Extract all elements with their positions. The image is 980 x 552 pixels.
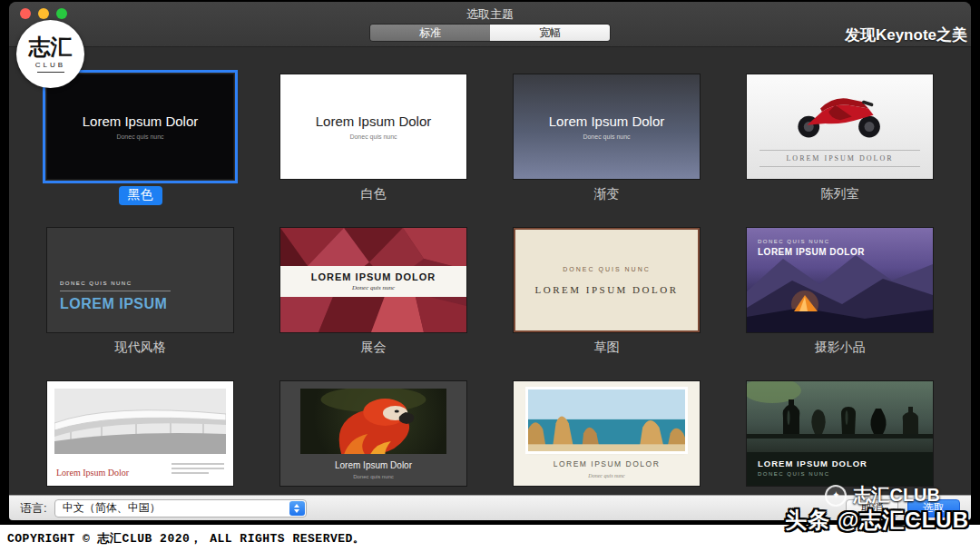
theme-card-white: Lorem Ipsum Dolor Donec quis nunc 白色: [280, 74, 466, 204]
zhihui-club-logo: 志汇 CLUB: [16, 20, 84, 88]
watermark-big-text: 头条 @志汇CLUB: [785, 506, 969, 535]
slide-title: LOREM IPSUM DOLOR: [311, 271, 436, 282]
theme-card-gradient: Lorem Ipsum Dolor Donec quis nunc 渐变: [514, 74, 700, 204]
slide-eyebrow: DONEC QUIS NUNC: [60, 281, 233, 286]
parrot-image: [300, 389, 446, 454]
stepper-arrows-icon: [289, 501, 305, 516]
theme-card-showroom: LOREM IPSUM DOLOR 陈列室: [747, 74, 933, 204]
slide-title: Lorem Ipsum Dolor: [56, 468, 129, 478]
language-label: 语言:: [20, 500, 47, 517]
theme-label: 展会: [280, 340, 466, 358]
slide-eyebrow: DONEC QUIS NUNC: [563, 266, 651, 272]
theme-label: 现代风格: [47, 340, 233, 358]
slide-title: LOREM IPSUM DOLOR: [760, 150, 920, 167]
desktop-background: 选取主题 标准 宽幅 Lorem Ipsum Dolor Donec quis …: [0, 0, 980, 552]
theme-card-modern: DONEC QUIS NUNC LOREM IPSUM 现代风格: [47, 228, 233, 358]
theme-thumb-photo-essay[interactable]: DONEC QUIS NUNC LOREM IPSUM DOLOR: [747, 228, 933, 332]
slide-title: LOREM IPSUM DOLOR: [514, 459, 700, 468]
theme-card-ceramics: LOREM IPSUM DOLOR DONEC QUIS NUNC: [747, 381, 933, 486]
slide-title: LOREM IPSUM DOLOR: [758, 247, 865, 257]
language-select[interactable]: 中文（简体、中国）: [54, 499, 307, 518]
slide-preview: Lorem Ipsum Dolor Donec quis nunc: [47, 74, 233, 179]
theme-thumb-sketch[interactable]: DONEC QUIS NUNC LOREM IPSUM DOLOR: [514, 228, 700, 332]
slide-preview: DONEC QUIS NUNC LOREM IPSUM DOLOR: [747, 228, 933, 332]
title-band: LOREM IPSUM DOLOR DONEC QUIS NUNC: [747, 452, 933, 486]
copyright-text: COPYRIGHT © 志汇CLUB 2020， ALL RIGHTS RESE…: [7, 530, 365, 547]
theme-thumb-black[interactable]: Lorem Ipsum Dolor Donec quis nunc: [47, 74, 233, 179]
theme-chooser-window: 选取主题 标准 宽幅 Lorem Ipsum Dolor Donec quis …: [9, 2, 971, 520]
window-title: 选取主题: [9, 6, 971, 23]
slide-subtitle: Donec quis nunc: [514, 473, 700, 478]
slide-title: Lorem Ipsum Dolor: [549, 113, 665, 129]
theme-thumb-parrot[interactable]: Lorem Ipsum Dolor Donec quis nunc: [280, 381, 466, 486]
theme-card-exhibition: LOREM IPSUM DOLOR Donec quis nunc 展会: [280, 228, 466, 358]
watermark-logo-icon: ✦: [825, 485, 847, 507]
slide-preview: LOREM IPSUM DOLOR Donec quis nunc: [514, 381, 700, 486]
theme-thumb-travel[interactable]: LOREM IPSUM DOLOR Donec quis nunc: [514, 381, 700, 486]
caption-lines: [172, 463, 224, 477]
slide-preview: LOREM IPSUM DOLOR Donec quis nunc: [280, 228, 466, 332]
theme-label: 草图: [514, 340, 700, 358]
slide-preview: Lorem Ipsum Dolor Donec quis nunc: [514, 74, 700, 179]
slide-subtitle: Donec quis nunc: [116, 133, 163, 140]
theme-label: 摄影小品: [747, 340, 933, 358]
theme-grid: Lorem Ipsum Dolor Donec quis nunc 黑色 Lor…: [9, 47, 971, 495]
motorcycle-image: [782, 84, 898, 142]
title-block: DONEC QUIS NUNC LOREM IPSUM DOLOR: [758, 239, 865, 257]
logo-text: 志汇: [29, 36, 73, 58]
bridge-image: [54, 389, 226, 454]
theme-card-photo-essay: DONEC QUIS NUNC LOREM IPSUM DOLOR 摄影小品: [747, 228, 933, 358]
theme-thumb-gradient[interactable]: Lorem Ipsum Dolor Donec quis nunc: [514, 74, 700, 179]
slide-preview: LOREM IPSUM DOLOR DONEC QUIS NUNC: [747, 381, 933, 486]
theme-thumb-modern[interactable]: DONEC QUIS NUNC LOREM IPSUM: [47, 228, 233, 332]
logo-subtext: CLUB: [35, 61, 65, 69]
slide-subtitle: Donec quis nunc: [349, 133, 397, 140]
tab-standard[interactable]: 标准: [370, 25, 490, 41]
theme-card-sketch: DONEC QUIS NUNC LOREM IPSUM DOLOR 草图: [514, 228, 700, 358]
slide-subtitle: Donec quis nunc: [352, 284, 395, 291]
watermark-small: ✦ 志汇CLUB: [825, 483, 940, 508]
slide-preview: DONEC QUIS NUNC LOREM IPSUM: [47, 228, 233, 332]
theme-label: 陈列室: [747, 186, 933, 204]
slide-subtitle: Donec quis nunc: [280, 474, 466, 479]
slide-subtitle: DONEC QUIS NUNC: [758, 471, 933, 477]
theme-thumb-ceramics[interactable]: LOREM IPSUM DOLOR DONEC QUIS NUNC: [747, 381, 933, 486]
coastal-image: [528, 389, 685, 451]
theme-label: 渐变: [514, 186, 700, 204]
slide-title: Lorem Ipsum Dolor: [280, 460, 466, 470]
theme-label: 白色: [280, 186, 466, 204]
slide-subtitle: Donec quis nunc: [583, 133, 630, 140]
theme-thumb-architecture[interactable]: Lorem Ipsum Dolor: [47, 381, 233, 486]
watermark-small-text: 志汇CLUB: [853, 483, 940, 508]
theme-thumb-white[interactable]: Lorem Ipsum Dolor Donec quis nunc: [280, 74, 466, 179]
slide-title: LOREM IPSUM DOLOR: [758, 458, 933, 468]
logo-divider: [37, 72, 64, 73]
theme-card-architecture: Lorem Ipsum Dolor: [47, 381, 233, 486]
slide-title: Lorem Ipsum Dolor: [83, 113, 199, 129]
theme-card-black: Lorem Ipsum Dolor Donec quis nunc 黑色: [47, 74, 233, 204]
title-band: LOREM IPSUM DOLOR Donec quis nunc: [280, 266, 466, 297]
theme-thumb-exhibition[interactable]: LOREM IPSUM DOLOR Donec quis nunc: [280, 228, 466, 332]
tab-widescreen[interactable]: 宽幅: [490, 25, 610, 41]
slide-preview: Lorem Ipsum Dolor Donec quis nunc: [280, 381, 466, 486]
slide-preview: Lorem Ipsum Dolor: [47, 381, 233, 486]
slide-title: LOREM IPSUM DOLOR: [534, 284, 678, 295]
pottery-image: [747, 381, 933, 454]
theme-thumb-showroom[interactable]: LOREM IPSUM DOLOR: [747, 74, 933, 179]
headline-text: 发现Keynote之美: [845, 25, 967, 45]
divider: [60, 291, 171, 291]
slide-preview: DONEC QUIS NUNC LOREM IPSUM DOLOR: [514, 228, 700, 332]
theme-card-travel: LOREM IPSUM DOLOR Donec quis nunc: [514, 381, 700, 486]
slide-preview: LOREM IPSUM DOLOR: [747, 74, 933, 179]
slide-preview: Lorem Ipsum Dolor Donec quis nunc: [280, 74, 466, 179]
theme-label: 黑色: [47, 186, 233, 204]
slide-eyebrow: DONEC QUIS NUNC: [758, 239, 865, 244]
selected-theme-badge: 黑色: [119, 186, 162, 205]
slide-title: LOREM IPSUM: [60, 296, 233, 312]
slide-title: Lorem Ipsum Dolor: [316, 113, 432, 129]
size-segmented-control: 标准 宽幅: [369, 24, 611, 42]
theme-card-parrot: Lorem Ipsum Dolor Donec quis nunc: [280, 381, 466, 486]
language-value: 中文（简体、中国）: [63, 500, 161, 516]
window-header: 选取主题 标准 宽幅: [9, 2, 971, 47]
